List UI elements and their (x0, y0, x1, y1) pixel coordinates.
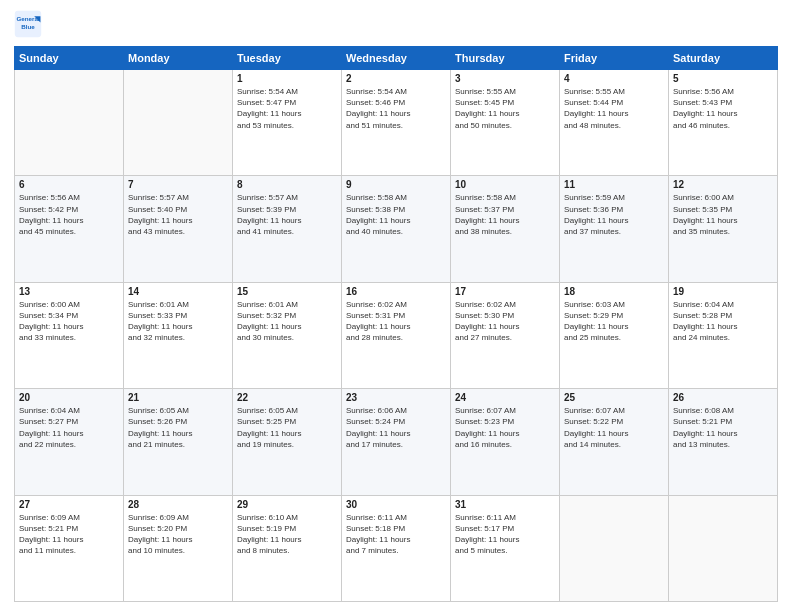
day-number: 24 (455, 392, 555, 403)
svg-text:Blue: Blue (21, 23, 35, 30)
calendar-cell: 22Sunrise: 6:05 AMSunset: 5:25 PMDayligh… (233, 389, 342, 495)
day-number: 20 (19, 392, 119, 403)
day-number: 14 (128, 286, 228, 297)
calendar-table: SundayMondayTuesdayWednesdayThursdayFrid… (14, 46, 778, 602)
day-number: 15 (237, 286, 337, 297)
day-info: Sunrise: 6:09 AMSunset: 5:21 PMDaylight:… (19, 512, 119, 557)
day-info: Sunrise: 6:11 AMSunset: 5:18 PMDaylight:… (346, 512, 446, 557)
day-number: 5 (673, 73, 773, 84)
day-number: 7 (128, 179, 228, 190)
day-info: Sunrise: 6:09 AMSunset: 5:20 PMDaylight:… (128, 512, 228, 557)
day-info: Sunrise: 5:56 AMSunset: 5:43 PMDaylight:… (673, 86, 773, 131)
day-number: 26 (673, 392, 773, 403)
weekday-header: Tuesday (233, 47, 342, 70)
day-info: Sunrise: 5:58 AMSunset: 5:38 PMDaylight:… (346, 192, 446, 237)
day-number: 27 (19, 499, 119, 510)
day-info: Sunrise: 6:02 AMSunset: 5:30 PMDaylight:… (455, 299, 555, 344)
day-number: 28 (128, 499, 228, 510)
calendar-cell: 20Sunrise: 6:04 AMSunset: 5:27 PMDayligh… (15, 389, 124, 495)
calendar-week-row: 13Sunrise: 6:00 AMSunset: 5:34 PMDayligh… (15, 282, 778, 388)
day-number: 23 (346, 392, 446, 403)
day-number: 30 (346, 499, 446, 510)
day-number: 12 (673, 179, 773, 190)
calendar-cell: 23Sunrise: 6:06 AMSunset: 5:24 PMDayligh… (342, 389, 451, 495)
day-info: Sunrise: 6:08 AMSunset: 5:21 PMDaylight:… (673, 405, 773, 450)
calendar-cell: 1Sunrise: 5:54 AMSunset: 5:47 PMDaylight… (233, 70, 342, 176)
calendar-cell: 14Sunrise: 6:01 AMSunset: 5:33 PMDayligh… (124, 282, 233, 388)
day-info: Sunrise: 6:01 AMSunset: 5:33 PMDaylight:… (128, 299, 228, 344)
day-info: Sunrise: 5:55 AMSunset: 5:45 PMDaylight:… (455, 86, 555, 131)
day-number: 18 (564, 286, 664, 297)
weekday-header: Friday (560, 47, 669, 70)
day-info: Sunrise: 5:57 AMSunset: 5:40 PMDaylight:… (128, 192, 228, 237)
calendar-cell: 9Sunrise: 5:58 AMSunset: 5:38 PMDaylight… (342, 176, 451, 282)
day-number: 2 (346, 73, 446, 84)
day-info: Sunrise: 6:05 AMSunset: 5:25 PMDaylight:… (237, 405, 337, 450)
calendar-cell: 2Sunrise: 5:54 AMSunset: 5:46 PMDaylight… (342, 70, 451, 176)
logo-icon: General Blue (14, 10, 42, 38)
day-number: 11 (564, 179, 664, 190)
day-info: Sunrise: 6:07 AMSunset: 5:23 PMDaylight:… (455, 405, 555, 450)
calendar-cell: 31Sunrise: 6:11 AMSunset: 5:17 PMDayligh… (451, 495, 560, 601)
calendar-cell: 8Sunrise: 5:57 AMSunset: 5:39 PMDaylight… (233, 176, 342, 282)
calendar-cell: 24Sunrise: 6:07 AMSunset: 5:23 PMDayligh… (451, 389, 560, 495)
calendar-cell: 27Sunrise: 6:09 AMSunset: 5:21 PMDayligh… (15, 495, 124, 601)
day-info: Sunrise: 6:04 AMSunset: 5:28 PMDaylight:… (673, 299, 773, 344)
calendar-cell: 12Sunrise: 6:00 AMSunset: 5:35 PMDayligh… (669, 176, 778, 282)
calendar-cell: 18Sunrise: 6:03 AMSunset: 5:29 PMDayligh… (560, 282, 669, 388)
weekday-header: Wednesday (342, 47, 451, 70)
day-number: 31 (455, 499, 555, 510)
weekday-header: Monday (124, 47, 233, 70)
calendar-cell: 26Sunrise: 6:08 AMSunset: 5:21 PMDayligh… (669, 389, 778, 495)
day-number: 17 (455, 286, 555, 297)
day-info: Sunrise: 6:07 AMSunset: 5:22 PMDaylight:… (564, 405, 664, 450)
calendar-cell: 25Sunrise: 6:07 AMSunset: 5:22 PMDayligh… (560, 389, 669, 495)
day-info: Sunrise: 5:59 AMSunset: 5:36 PMDaylight:… (564, 192, 664, 237)
calendar-week-row: 27Sunrise: 6:09 AMSunset: 5:21 PMDayligh… (15, 495, 778, 601)
calendar-cell: 11Sunrise: 5:59 AMSunset: 5:36 PMDayligh… (560, 176, 669, 282)
day-number: 9 (346, 179, 446, 190)
calendar-cell (560, 495, 669, 601)
calendar-cell: 21Sunrise: 6:05 AMSunset: 5:26 PMDayligh… (124, 389, 233, 495)
day-info: Sunrise: 5:58 AMSunset: 5:37 PMDaylight:… (455, 192, 555, 237)
calendar-cell: 28Sunrise: 6:09 AMSunset: 5:20 PMDayligh… (124, 495, 233, 601)
day-info: Sunrise: 5:54 AMSunset: 5:47 PMDaylight:… (237, 86, 337, 131)
calendar-week-row: 20Sunrise: 6:04 AMSunset: 5:27 PMDayligh… (15, 389, 778, 495)
calendar-cell: 6Sunrise: 5:56 AMSunset: 5:42 PMDaylight… (15, 176, 124, 282)
calendar-cell (15, 70, 124, 176)
day-number: 21 (128, 392, 228, 403)
calendar-cell: 7Sunrise: 5:57 AMSunset: 5:40 PMDaylight… (124, 176, 233, 282)
day-info: Sunrise: 5:55 AMSunset: 5:44 PMDaylight:… (564, 86, 664, 131)
day-info: Sunrise: 5:54 AMSunset: 5:46 PMDaylight:… (346, 86, 446, 131)
calendar-cell: 29Sunrise: 6:10 AMSunset: 5:19 PMDayligh… (233, 495, 342, 601)
calendar-cell: 15Sunrise: 6:01 AMSunset: 5:32 PMDayligh… (233, 282, 342, 388)
day-info: Sunrise: 6:02 AMSunset: 5:31 PMDaylight:… (346, 299, 446, 344)
svg-text:General: General (16, 15, 39, 22)
calendar-cell: 10Sunrise: 5:58 AMSunset: 5:37 PMDayligh… (451, 176, 560, 282)
day-number: 3 (455, 73, 555, 84)
calendar-cell: 17Sunrise: 6:02 AMSunset: 5:30 PMDayligh… (451, 282, 560, 388)
logo: General Blue (14, 10, 46, 38)
calendar-cell: 3Sunrise: 5:55 AMSunset: 5:45 PMDaylight… (451, 70, 560, 176)
header: General Blue (14, 10, 778, 38)
calendar-cell (669, 495, 778, 601)
weekday-header: Saturday (669, 47, 778, 70)
page: General Blue SundayMondayTuesdayWednesda… (0, 0, 792, 612)
day-info: Sunrise: 6:00 AMSunset: 5:35 PMDaylight:… (673, 192, 773, 237)
weekday-header: Sunday (15, 47, 124, 70)
day-info: Sunrise: 5:56 AMSunset: 5:42 PMDaylight:… (19, 192, 119, 237)
day-number: 22 (237, 392, 337, 403)
day-info: Sunrise: 6:06 AMSunset: 5:24 PMDaylight:… (346, 405, 446, 450)
calendar-cell: 5Sunrise: 5:56 AMSunset: 5:43 PMDaylight… (669, 70, 778, 176)
calendar-header-row: SundayMondayTuesdayWednesdayThursdayFrid… (15, 47, 778, 70)
day-info: Sunrise: 6:05 AMSunset: 5:26 PMDaylight:… (128, 405, 228, 450)
weekday-header: Thursday (451, 47, 560, 70)
day-number: 1 (237, 73, 337, 84)
day-number: 29 (237, 499, 337, 510)
day-number: 16 (346, 286, 446, 297)
calendar-cell: 16Sunrise: 6:02 AMSunset: 5:31 PMDayligh… (342, 282, 451, 388)
day-number: 10 (455, 179, 555, 190)
calendar-cell (124, 70, 233, 176)
day-info: Sunrise: 6:01 AMSunset: 5:32 PMDaylight:… (237, 299, 337, 344)
calendar-cell: 13Sunrise: 6:00 AMSunset: 5:34 PMDayligh… (15, 282, 124, 388)
